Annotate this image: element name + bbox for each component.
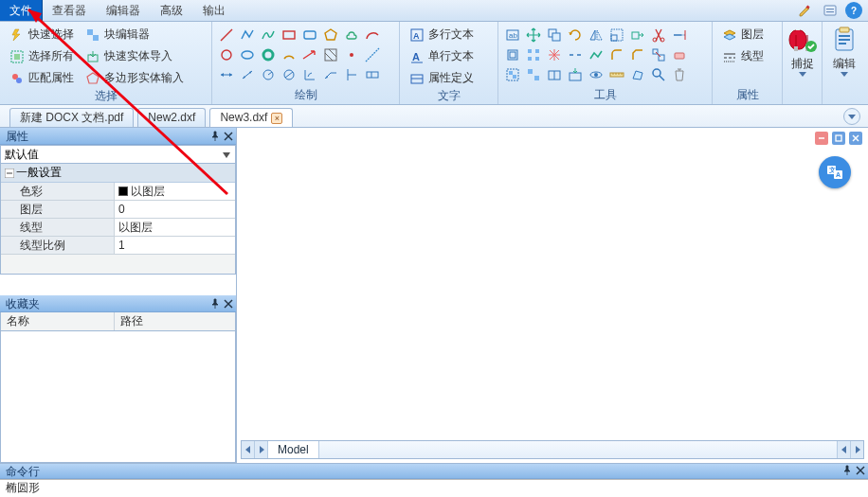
default-value-combo[interactable]: 默认值	[0, 145, 236, 164]
ungroup-icon[interactable]	[523, 64, 544, 84]
copy-icon[interactable]	[544, 25, 565, 44]
doc-tab-2[interactable]: New3.dxf ×	[209, 108, 293, 127]
model-tab[interactable]: Model	[268, 441, 319, 458]
stretch-icon[interactable]	[627, 25, 648, 44]
stext-button[interactable]: A 单行文本	[406, 46, 478, 66]
move-icon[interactable]	[523, 25, 544, 44]
menu-file[interactable]: 文件	[0, 0, 43, 21]
polygon-input-button[interactable]: 多边形实体输入	[81, 68, 188, 88]
tolerance-icon[interactable]	[362, 64, 383, 84]
scroll-left-icon[interactable]	[242, 441, 255, 458]
dim-radius-icon[interactable]	[258, 64, 279, 84]
array-icon[interactable]	[523, 44, 544, 64]
dim-diameter-icon[interactable]	[279, 64, 299, 84]
explode-icon[interactable]	[544, 44, 565, 64]
extend-icon[interactable]	[669, 25, 690, 44]
quick-import-button[interactable]: 快速实体导入	[81, 46, 188, 66]
pushpin-icon[interactable]	[209, 297, 221, 314]
query-icon[interactable]	[648, 64, 669, 84]
prop-row-layer[interactable]: 图层 0	[1, 201, 235, 219]
join-icon[interactable]	[586, 44, 606, 64]
linetype-button[interactable]: 线型	[718, 46, 768, 66]
group-icon[interactable]	[502, 64, 523, 84]
dim-ord-icon[interactable]	[341, 64, 362, 84]
line-tool-icon[interactable]	[216, 25, 237, 44]
close-icon[interactable]	[223, 297, 234, 314]
prop-row-linetype[interactable]: 线型 以图层	[1, 219, 235, 237]
hatch-tool-icon[interactable]	[320, 44, 341, 64]
xline-tool-icon[interactable]	[362, 44, 383, 64]
menu-viewer[interactable]: 查看器	[43, 0, 97, 21]
mirror-icon[interactable]	[586, 25, 606, 44]
close-icon[interactable]: ×	[271, 113, 282, 124]
scroll-right-icon[interactable]	[255, 441, 268, 458]
cloud-tool-icon[interactable]	[341, 25, 362, 44]
measure-icon[interactable]	[606, 64, 627, 84]
dim-aligned-icon[interactable]	[237, 64, 258, 84]
purge-icon[interactable]	[669, 64, 690, 84]
trim-icon[interactable]	[648, 25, 669, 44]
block-make-icon[interactable]	[544, 64, 565, 84]
help-icon[interactable]: ?	[845, 2, 862, 19]
block-insert-icon[interactable]	[565, 64, 586, 84]
settings-icon[interactable]	[821, 2, 840, 19]
close-icon[interactable]	[855, 465, 866, 480]
match-properties-button[interactable]: 匹配属性	[6, 68, 78, 88]
doc-tab-0[interactable]: 新建 DOCX 文档.pdf	[9, 108, 134, 127]
dim-angular-icon[interactable]	[299, 64, 320, 84]
layer-button[interactable]: 图层	[718, 25, 768, 44]
rect-tool-icon[interactable]	[279, 25, 299, 44]
donut-tool-icon[interactable]	[258, 44, 279, 64]
point-tool-icon[interactable]	[341, 44, 362, 64]
arc2-tool-icon[interactable]	[279, 44, 299, 64]
dim-linear-icon[interactable]	[216, 64, 237, 84]
quick-select-button[interactable]: 快速选择	[6, 25, 78, 44]
canvas-close-icon[interactable]	[849, 132, 862, 145]
section-general[interactable]: 一般设置	[1, 164, 235, 183]
canvas-max-icon[interactable]	[832, 132, 845, 145]
chamfer-icon[interactable]	[627, 44, 648, 64]
rotate-icon[interactable]	[565, 25, 586, 44]
polygon-tool-icon[interactable]	[320, 25, 341, 44]
attr-def-button[interactable]: 属性定义	[406, 68, 478, 88]
scroll-left2-icon[interactable]	[837, 441, 850, 458]
area-icon[interactable]	[627, 64, 648, 84]
select-all-button[interactable]: 选择所有	[6, 46, 78, 66]
favorites-list[interactable]	[0, 331, 236, 463]
align-icon[interactable]	[648, 44, 669, 64]
key: 图层	[1, 201, 115, 218]
menu-output[interactable]: 输出	[193, 0, 236, 21]
edit-button[interactable]: 编辑	[828, 26, 860, 77]
erase-icon[interactable]	[669, 44, 690, 64]
fillet-icon[interactable]	[606, 44, 627, 64]
prop-row-color[interactable]: 色彩 以图层	[1, 183, 235, 201]
polyline-tool-icon[interactable]	[237, 25, 258, 44]
scroll-right2-icon[interactable]	[850, 441, 863, 458]
arc-tool-icon[interactable]	[362, 25, 383, 44]
layer-on-icon[interactable]	[586, 64, 606, 84]
block-editor-button[interactable]: 块编辑器	[81, 25, 188, 44]
arrow-tool-icon[interactable]	[299, 44, 320, 64]
spline-tool-icon[interactable]	[258, 25, 279, 44]
drawing-canvas[interactable]: 文 A Model	[237, 128, 868, 463]
translate-button[interactable]: 文 A	[819, 156, 851, 188]
ellipse-tool-icon[interactable]	[237, 44, 258, 64]
offset-icon[interactable]	[502, 44, 523, 64]
mtext-button[interactable]: A 多行文本	[406, 25, 478, 44]
menu-editor[interactable]: 编辑器	[97, 0, 151, 21]
snap-button[interactable]: 捕捉	[788, 26, 817, 77]
tabs-dropdown-icon[interactable]	[843, 108, 860, 125]
pushpin-icon[interactable]	[841, 465, 853, 480]
edit-icon[interactable]	[796, 2, 815, 19]
rrect-tool-icon[interactable]	[299, 25, 320, 44]
prop-row-linescale[interactable]: 线型比例 1	[1, 237, 235, 255]
leader-icon[interactable]	[320, 64, 341, 84]
break-icon[interactable]	[565, 44, 586, 64]
scale-icon[interactable]	[606, 25, 627, 44]
doc-tab-1[interactable]: New2.dxf	[137, 108, 206, 127]
ribbon-group-properties: 图层 线型 属性	[713, 22, 783, 104]
menu-advanced[interactable]: 高级	[151, 0, 193, 21]
canvas-min-icon[interactable]	[815, 132, 828, 145]
edit-text-icon[interactable]: ab	[502, 25, 523, 44]
circle-tool-icon[interactable]	[216, 44, 237, 64]
